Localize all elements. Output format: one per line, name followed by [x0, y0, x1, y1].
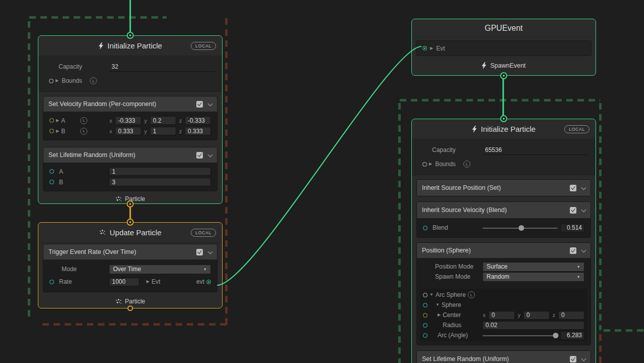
blend-slider[interactable] — [482, 225, 558, 231]
value-field[interactable]: 1 — [109, 167, 211, 176]
block-set-lifetime-random[interactable]: Set Lifetime Random (Uniform) A 1 — [43, 147, 218, 191]
flow-input-connector[interactable] — [127, 32, 134, 39]
node-header[interactable]: Initialize Particle LOCAL — [38, 36, 222, 56]
block-header[interactable]: Trigger Event Rate (Over Time) — [43, 244, 217, 260]
block-inherit-source-velocity[interactable]: Inherit Source Velocity (Blend) Blend 0.… — [416, 201, 591, 238]
port-b[interactable] — [49, 180, 54, 184]
arc-angle-port[interactable] — [423, 333, 427, 338]
mode-dropdown[interactable]: Over Time ▼ — [109, 265, 211, 274]
vector-z-field[interactable]: 0.333 — [185, 127, 211, 135]
block-body: Position Mode Surface ▼ Spawn Mode — [417, 258, 591, 345]
evt-output-port[interactable] — [206, 280, 211, 284]
node-title: Initialize Particle — [481, 125, 535, 133]
bounds-port[interactable] — [422, 162, 427, 167]
node-header[interactable]: Update Particle LOCAL — [38, 223, 222, 243]
edge-evt-to-gpuevent[interactable] — [218, 46, 421, 285]
chevron-down-icon[interactable] — [581, 248, 586, 253]
linked-badge-icon: L — [80, 128, 87, 135]
vector-y-field[interactable]: 1 — [150, 127, 176, 135]
slider-handle[interactable] — [553, 333, 558, 338]
node-header[interactable]: Initialize Particle LOCAL — [412, 119, 596, 139]
foldout-closed-icon[interactable]: ▶ — [56, 129, 59, 133]
chevron-down-icon[interactable] — [207, 152, 212, 158]
foldout-open-icon[interactable]: ▼ — [436, 303, 440, 307]
chevron-down-icon[interactable] — [207, 101, 212, 107]
block-header[interactable]: Inherit Source Velocity (Blend) — [417, 202, 591, 218]
block-enabled-checkbox[interactable] — [570, 247, 576, 254]
rate-field[interactable]: 1000 — [109, 278, 139, 286]
block-enabled-checkbox[interactable] — [196, 249, 203, 255]
flow-output-connector[interactable] — [127, 200, 134, 208]
vector-z-field[interactable]: -0.333 — [185, 116, 211, 125]
foldout-closed-icon[interactable]: ▶ — [56, 119, 59, 123]
blend-value-field[interactable]: 0.514 — [560, 224, 584, 232]
block-set-velocity-random[interactable]: Set Velocity Random (Per-component) ▶ A … — [43, 96, 218, 140]
arc-sphere-port[interactable] — [423, 293, 427, 297]
position-mode-dropdown[interactable]: Surface ▼ — [482, 262, 584, 272]
foldout-closed-icon[interactable]: ▶ — [56, 79, 59, 83]
foldout-open-icon[interactable]: ▼ — [430, 293, 434, 297]
port-a[interactable] — [49, 118, 54, 123]
block-header[interactable]: Set Lifetime Random (Uniform) — [43, 147, 217, 163]
property-label: B — [61, 128, 78, 135]
capacity-field[interactable]: 32 — [109, 62, 215, 72]
slider-handle[interactable] — [519, 225, 524, 231]
block-enabled-checkbox[interactable] — [196, 152, 203, 159]
flow-output-connector[interactable] — [500, 72, 507, 79]
sphere-port[interactable] — [423, 303, 427, 307]
vfx-graph-canvas[interactable]: Initialize Particle LOCAL Capacity 32 ▶ … — [0, 0, 644, 363]
rate-label: Rate — [59, 278, 72, 285]
blend-port[interactable] — [423, 226, 427, 230]
evt-input-port[interactable] — [422, 46, 427, 50]
block-header[interactable]: Set Lifetime Random (Uniform) — [417, 351, 591, 363]
vector-x-field[interactable]: 0.333 — [115, 127, 141, 135]
center-z-field[interactable]: 0 — [558, 311, 584, 320]
value-field[interactable]: 3 — [109, 178, 211, 186]
flow-input-connector[interactable] — [500, 115, 507, 122]
node-header[interactable]: GPUEvent — [412, 19, 596, 37]
block-header[interactable]: Position (Sphere) — [417, 243, 591, 258]
radius-field[interactable]: 0.02 — [482, 321, 584, 330]
vector-y-field[interactable]: 0.2 — [150, 116, 176, 125]
context-node-initialize-particle-right[interactable]: Initialize Particle LOCAL Capacity 65536… — [411, 119, 596, 363]
context-node-update-particle[interactable]: Update Particle LOCAL Trigger Event Rate… — [38, 222, 223, 308]
block-position-sphere[interactable]: Position (Sphere) Position Mode Surface … — [416, 242, 591, 345]
chevron-down-icon[interactable] — [207, 249, 212, 254]
port-a[interactable] — [49, 169, 54, 174]
foldout-closed-icon[interactable]: ▶ — [438, 313, 441, 317]
local-badge: LOCAL — [191, 42, 216, 50]
arc-angle-value-field[interactable]: 6.283 — [560, 331, 584, 340]
chevron-down-icon[interactable] — [581, 356, 586, 361]
chevron-down-icon[interactable] — [581, 208, 586, 213]
block-trigger-event-rate[interactable]: Trigger Event Rate (Over Time) Mode Over… — [43, 244, 218, 292]
radius-port[interactable] — [423, 323, 427, 328]
bounds-port[interactable] — [49, 79, 53, 83]
radius-label: Radius — [443, 322, 461, 329]
capacity-field[interactable]: 65536 — [482, 145, 588, 155]
block-set-lifetime-random[interactable]: Set Lifetime Random (Uniform) — [416, 350, 591, 363]
context-node-initialize-particle-left[interactable]: Initialize Particle LOCAL Capacity 32 ▶ … — [38, 35, 223, 204]
center-port[interactable] — [423, 313, 427, 318]
block-header[interactable]: Inherit Source Position (Set) — [417, 180, 591, 196]
sphere-row: ▼ Sphere — [420, 300, 587, 310]
context-node-gpu-event[interactable]: GPUEvent ▶ Evt SpawnEvent — [411, 19, 596, 76]
block-header[interactable]: Set Velocity Random (Per-component) — [43, 96, 217, 112]
port-b[interactable] — [49, 129, 54, 133]
arc-angle-slider[interactable] — [482, 332, 558, 339]
center-y-field[interactable]: 0 — [523, 311, 550, 320]
center-x-field[interactable]: 0 — [489, 311, 515, 320]
vector-x-field[interactable]: -0.333 — [115, 116, 141, 125]
rate-port[interactable] — [49, 280, 54, 284]
system-border-dash — [599, 334, 602, 363]
block-enabled-checkbox[interactable] — [196, 101, 203, 108]
evt-input-label: Evt — [151, 278, 160, 285]
block-enabled-checkbox[interactable] — [570, 185, 576, 191]
block-enabled-checkbox[interactable] — [570, 356, 576, 362]
spawn-mode-dropdown[interactable]: Random ▼ — [482, 272, 584, 282]
chevron-down-icon[interactable] — [581, 185, 586, 190]
flow-input-connector[interactable] — [127, 219, 134, 226]
foldout-closed-icon[interactable]: ▶ — [429, 162, 432, 166]
flow-output-connector[interactable] — [128, 305, 133, 311]
block-enabled-checkbox[interactable] — [570, 207, 576, 214]
block-inherit-source-position[interactable]: Inherit Source Position (Set) — [416, 179, 591, 196]
